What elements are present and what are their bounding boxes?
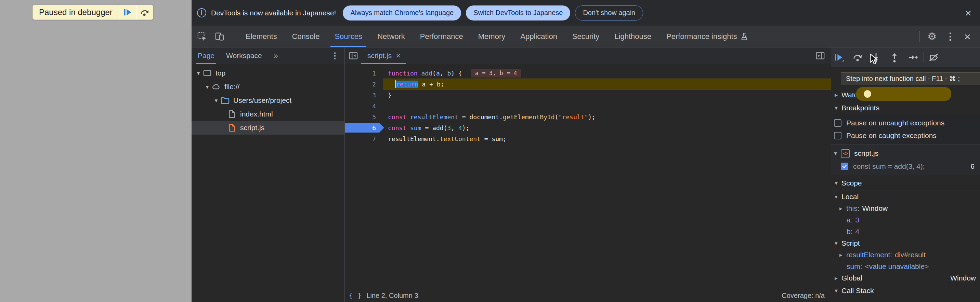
tree-item-index-html[interactable]: index.html xyxy=(192,107,344,121)
source-editor-pane: script.js × 1function add(a, b) {a = 3, … xyxy=(345,47,831,302)
scope-var-sum[interactable]: sum: <value unavailable> xyxy=(831,261,980,272)
scope-global-header[interactable]: ▸ Global Window xyxy=(831,272,980,284)
code-line-content[interactable]: const sum = add(3, 4); xyxy=(383,122,831,133)
scope-script-header[interactable]: ▾ Script xyxy=(831,237,980,249)
resume-script-execution-icon[interactable] xyxy=(834,52,844,63)
tree-item-script-js[interactable]: script.js xyxy=(192,121,344,134)
tab-performance[interactable]: Performance xyxy=(412,26,471,47)
pause-uncaught-checkbox[interactable] xyxy=(834,119,842,127)
var-value: div#result xyxy=(895,251,926,259)
code-line-content[interactable]: return a + b; xyxy=(383,79,831,90)
deactivate-breakpoints-icon[interactable] xyxy=(929,52,939,63)
pause-uncaught-exceptions-row[interactable]: Pause on uncaught exceptions xyxy=(831,117,980,129)
tab-security[interactable]: Security xyxy=(565,26,607,47)
line-number[interactable]: 2 xyxy=(345,79,383,90)
code-line-content[interactable]: const resultElement = document.getElemen… xyxy=(383,111,831,122)
scope-local-header[interactable]: ▾ Local xyxy=(831,191,980,202)
step-out-icon[interactable] xyxy=(889,52,900,63)
code-token xyxy=(406,124,410,131)
toolbar-right-controls: ⚙ ⋮ × xyxy=(920,26,971,47)
step-over-overlay-button[interactable] xyxy=(136,5,153,19)
more-options-kebab-icon[interactable]: ⋮ xyxy=(945,32,955,41)
tab-performance-insights-label: Performance insights xyxy=(667,32,737,41)
tree-item-file-origin[interactable]: ▾ file:// xyxy=(192,80,344,93)
navigator-overflow-chevrons[interactable]: » xyxy=(274,51,277,60)
navigator-kebab-icon[interactable]: ⋮ xyxy=(331,51,339,60)
navigator-tab-workspace[interactable]: Workspace xyxy=(226,47,262,64)
code-editor[interactable]: 1function add(a, b) {a = 3, b = 42 retur… xyxy=(345,64,831,289)
resume-script-button[interactable] xyxy=(119,5,136,19)
always-match-language-button[interactable]: Always match Chrome's language xyxy=(343,5,461,21)
tree-item-top[interactable]: ▾ top xyxy=(192,66,344,80)
line-number[interactable]: 3 xyxy=(345,90,383,100)
breakpoint-line-number: 6 xyxy=(970,162,975,171)
pause-caught-exceptions-row[interactable]: Pause on caught exceptions xyxy=(831,129,980,142)
expand-arrow-icon[interactable]: ▾ xyxy=(205,83,210,90)
js-file-badge-icon: <> xyxy=(841,149,850,158)
infobar-close-icon[interactable]: × xyxy=(965,8,972,19)
code-token: return xyxy=(396,81,418,88)
step-icon[interactable] xyxy=(908,52,918,63)
editor-tab-script-js[interactable]: script.js × xyxy=(361,47,406,64)
tree-item-label: file:// xyxy=(224,83,239,91)
navigator-tab-page[interactable]: Page xyxy=(198,47,215,64)
infobar-message: DevTools is now available in Japanese! xyxy=(211,9,336,17)
code-line-5: 5const resultElement = document.getEleme… xyxy=(345,111,831,122)
step-over-icon[interactable] xyxy=(853,52,863,63)
tab-performance-insights[interactable]: Performance insights xyxy=(659,26,756,47)
code-line-content[interactable]: } xyxy=(383,90,831,100)
inspect-element-icon[interactable] xyxy=(197,31,208,42)
var-name: sum xyxy=(846,262,860,270)
scope-group-label: Local xyxy=(842,193,859,201)
toggle-navigator-panel-icon[interactable] xyxy=(348,51,358,61)
devtools-close-icon[interactable]: × xyxy=(964,31,971,43)
tab-elements[interactable]: Elements xyxy=(238,26,285,47)
code-line-content[interactable] xyxy=(383,100,831,111)
scope-var-this[interactable]: ▸ this: Window xyxy=(831,202,980,214)
code-line-content[interactable]: function add(a, b) {a = 3, b = 4 xyxy=(383,68,831,79)
frame-icon xyxy=(202,68,212,78)
toggle-device-toolbar-icon[interactable] xyxy=(215,31,226,42)
breakpoint-entry-row[interactable]: const sum = add(3, 4); 6 xyxy=(831,160,980,173)
tab-application[interactable]: Application xyxy=(513,26,565,47)
toggle-debugger-panel-icon[interactable] xyxy=(815,51,826,61)
dont-show-again-button[interactable]: Don't show again xyxy=(575,5,643,21)
tab-lighthouse[interactable]: Lighthouse xyxy=(607,26,659,47)
code-line-3: 3} xyxy=(345,90,831,100)
tab-sources[interactable]: Sources xyxy=(327,26,370,47)
call-stack-header[interactable]: ▾ Call Stack xyxy=(831,284,980,297)
line-number[interactable]: 4 xyxy=(345,100,383,111)
breakpoint-line-number[interactable]: 6 xyxy=(345,122,383,133)
tab-memory[interactable]: Memory xyxy=(471,26,513,47)
web-page-background: Paused in debugger xyxy=(0,0,192,302)
editor-tab-close-icon[interactable]: × xyxy=(396,52,401,60)
scope-group-label: Script xyxy=(842,239,860,247)
tab-network[interactable]: Network xyxy=(370,26,412,47)
breakpoint-file-row[interactable]: ▾ <> script.js xyxy=(831,147,980,160)
code-token: } xyxy=(388,92,392,99)
debugger-sidebar: Step into next function call - F11 - ⌘ ;… xyxy=(831,47,980,302)
pause-caught-checkbox[interactable] xyxy=(834,132,842,139)
scope-var-a[interactable]: a: 3 xyxy=(831,214,980,226)
breakpoint-snippet: const sum = add(3, 4); xyxy=(853,162,925,171)
pretty-print-braces-icon[interactable]: { } xyxy=(349,292,361,299)
scope-var-b[interactable]: b: 4 xyxy=(831,226,980,237)
line-number[interactable]: 5 xyxy=(345,111,383,122)
code-token xyxy=(388,81,395,88)
breakpoint-enabled-checkbox[interactable] xyxy=(841,163,848,170)
breakpoints-section-header[interactable]: ▾ Breakpoints xyxy=(831,101,980,114)
switch-to-japanese-button[interactable]: Switch DevTools to Japanese xyxy=(466,5,570,21)
scope-section-header[interactable]: ▾ Scope xyxy=(831,175,980,191)
expand-arrow-icon[interactable]: ▾ xyxy=(213,97,219,104)
call-stack-section: ▾ Call Stack xyxy=(831,284,980,302)
tab-console[interactable]: Console xyxy=(285,26,327,47)
toolbar-separator xyxy=(924,52,924,63)
line-number[interactable]: 1 xyxy=(345,68,383,79)
line-number[interactable]: 7 xyxy=(345,133,383,144)
expand-arrow-icon[interactable]: ▾ xyxy=(196,70,201,77)
tree-item-project-folder[interactable]: ▾ Users/user/project xyxy=(192,93,344,107)
code-token: ); xyxy=(462,124,470,131)
settings-gear-icon[interactable]: ⚙ xyxy=(928,32,937,42)
scope-var-resultelement[interactable]: ▸ resultElement: div#result xyxy=(831,249,980,261)
code-line-content[interactable]: resultElement.textContent = sum; xyxy=(383,133,831,144)
